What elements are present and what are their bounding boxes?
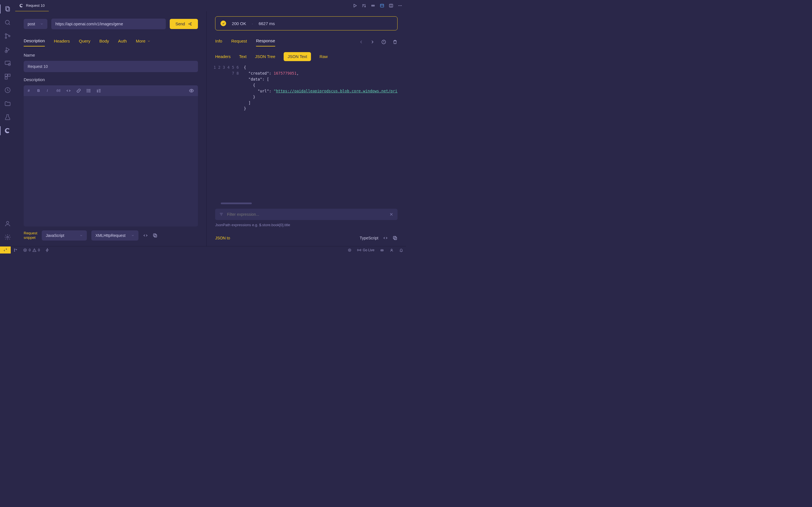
port-icon[interactable]: [345, 248, 354, 252]
svg-rect-10: [8, 74, 10, 76]
preview-eye-icon[interactable]: [189, 88, 194, 93]
svg-point-37: [359, 249, 359, 250]
remote-explorer-icon[interactable]: [0, 56, 15, 70]
svg-point-4: [5, 37, 6, 39]
svg-point-23: [87, 91, 87, 91]
history-prev-icon[interactable]: [359, 40, 364, 45]
snippet-code-icon[interactable]: [143, 233, 148, 238]
tab-query[interactable]: Query: [79, 39, 91, 46]
timeline-icon[interactable]: [0, 83, 15, 97]
attach-link-icon[interactable]: [76, 88, 81, 93]
svg-point-24: [87, 92, 87, 93]
tab-description[interactable]: Description: [24, 38, 45, 47]
split-editor-icon[interactable]: [389, 3, 394, 8]
jsonto-code-icon[interactable]: [383, 235, 388, 240]
tab-title: Request 10: [26, 3, 45, 8]
name-label: Name: [24, 53, 198, 57]
ul-list-icon[interactable]: [86, 88, 91, 93]
tab-body[interactable]: Body: [100, 39, 109, 46]
snippet-lib-select[interactable]: XMLHttpRequest: [91, 230, 139, 240]
tab-auth[interactable]: Auth: [118, 39, 127, 46]
layout-icon[interactable]: [379, 3, 385, 8]
svg-point-5: [8, 36, 10, 37]
run-debug-icon[interactable]: [0, 43, 15, 56]
extensions-icon[interactable]: [0, 70, 15, 83]
bold-icon[interactable]: B: [37, 89, 42, 93]
remote-indicator[interactable]: [0, 246, 11, 253]
request-tabs: Description Headers Query Body Auth More: [15, 29, 206, 47]
svg-point-40: [382, 250, 383, 250]
history-clock-icon[interactable]: [381, 40, 386, 45]
bell-icon[interactable]: [396, 248, 406, 252]
status-ok-icon: [220, 20, 226, 26]
send-button-label: Send: [175, 22, 185, 26]
source-control-icon[interactable]: [0, 29, 15, 43]
tab-request-10[interactable]: Request 10: [15, 0, 49, 11]
beaker-icon[interactable]: [0, 110, 15, 124]
account-icon[interactable]: [0, 217, 15, 230]
subtab-headers[interactable]: Headers: [215, 52, 231, 61]
tab-request-view[interactable]: Request: [231, 39, 247, 46]
response-json-view[interactable]: 1 2 3 4 5 6 7 8 { "created": 1675779051,…: [207, 61, 406, 201]
svg-rect-9: [5, 74, 7, 76]
folder-icon[interactable]: [0, 97, 15, 110]
subtab-json-text[interactable]: JSON Text: [284, 52, 311, 61]
tab-info[interactable]: Info: [215, 39, 222, 46]
filter-expression-field[interactable]: [215, 209, 398, 220]
go-live-button[interactable]: Go Live: [354, 248, 377, 252]
tab-more[interactable]: More: [136, 39, 151, 46]
svg-point-36: [348, 249, 351, 251]
subtab-raw[interactable]: Raw: [319, 52, 327, 61]
snippet-lang-select[interactable]: JavaScript: [42, 230, 87, 240]
description-editor[interactable]: [24, 96, 198, 226]
app-logo-icon: [19, 3, 24, 8]
svg-point-13: [6, 221, 9, 224]
search-icon[interactable]: [0, 16, 15, 29]
svg-rect-27: [153, 234, 156, 236]
url-input[interactable]: https://api.openai.com/v1/images/gene: [51, 18, 166, 29]
explorer-icon[interactable]: [0, 2, 15, 16]
snippet-copy-icon[interactable]: [153, 233, 158, 238]
history-next-icon[interactable]: [370, 40, 375, 45]
send-button[interactable]: Send: [170, 19, 198, 29]
heading-icon[interactable]: #: [28, 89, 32, 93]
feedback-icon[interactable]: [387, 248, 396, 252]
link-icon[interactable]: [370, 3, 375, 8]
request-name-input[interactable]: [24, 61, 198, 72]
svg-rect-7: [5, 61, 10, 64]
svg-point-25: [191, 90, 192, 92]
tab-headers[interactable]: Headers: [54, 39, 70, 46]
subtab-text[interactable]: Text: [239, 52, 247, 61]
http-method-select[interactable]: post: [24, 19, 47, 29]
tab-response-view[interactable]: Response: [256, 38, 275, 47]
subtab-json-tree[interactable]: JSON Tree: [255, 52, 275, 61]
svg-rect-11: [5, 77, 7, 79]
svg-point-2: [5, 20, 9, 24]
snippet-label: Request snippet: [24, 231, 37, 240]
svg-point-41: [391, 249, 393, 250]
code-icon[interactable]: [66, 88, 71, 93]
copilot-icon[interactable]: [377, 248, 387, 252]
italic-icon[interactable]: I: [47, 89, 51, 93]
svg-point-39: [381, 250, 382, 250]
sort-icon[interactable]: [361, 3, 366, 8]
chevron-down-icon: [80, 234, 83, 237]
problems-indicator[interactable]: 0 0: [20, 248, 43, 252]
ol-list-icon[interactable]: [96, 88, 101, 93]
app-logo-icon[interactable]: [0, 124, 15, 137]
clear-icon[interactable]: [389, 212, 394, 217]
quote-icon[interactable]: 66: [56, 89, 61, 93]
svg-rect-17: [380, 4, 384, 7]
jsonto-label: JSON to: [215, 236, 230, 240]
settings-gear-icon[interactable]: [0, 230, 15, 244]
delete-icon[interactable]: [393, 40, 398, 45]
bolt-icon[interactable]: [43, 248, 52, 252]
run-icon[interactable]: [352, 3, 357, 8]
jsonto-copy-icon[interactable]: [393, 235, 398, 240]
filter-input[interactable]: [227, 212, 386, 217]
jsonto-lang[interactable]: TypeScript: [360, 236, 378, 240]
svg-rect-38: [380, 249, 383, 251]
more-icon[interactable]: [398, 3, 403, 8]
branch-indicator[interactable]: [11, 248, 20, 252]
response-time-text: 6627 ms: [259, 21, 275, 26]
